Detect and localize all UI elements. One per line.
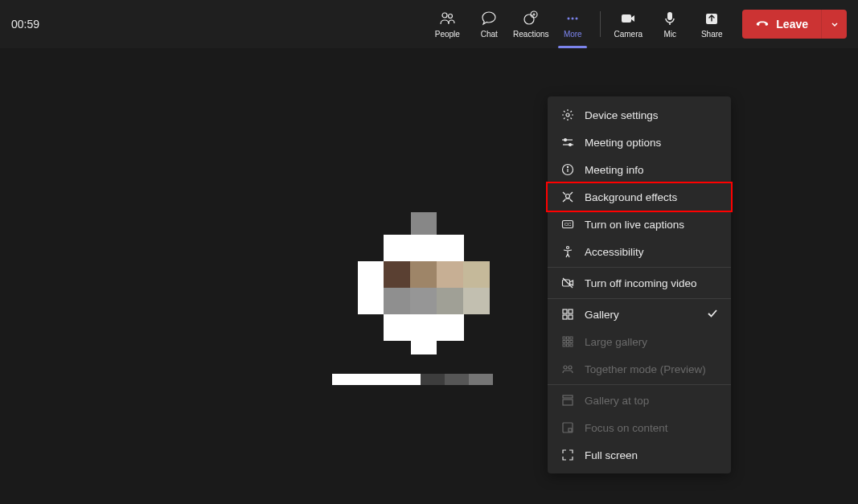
menu-section: Gallery bbox=[548, 299, 731, 385]
svg-point-13 bbox=[566, 113, 569, 117]
svg-rect-38 bbox=[563, 341, 565, 343]
more-button[interactable]: More bbox=[552, 0, 593, 48]
reactions-icon bbox=[523, 10, 539, 27]
camera-button[interactable]: Camera bbox=[607, 0, 649, 48]
svg-point-1 bbox=[449, 14, 453, 18]
gallery-top-icon bbox=[560, 393, 575, 408]
menu-item-focus-on-content: Focus on content bbox=[548, 414, 731, 441]
svg-rect-32 bbox=[569, 309, 573, 313]
svg-rect-40 bbox=[570, 341, 573, 343]
accessibility-icon bbox=[560, 244, 575, 259]
people-icon bbox=[439, 10, 455, 27]
camera-icon bbox=[620, 10, 636, 27]
svg-line-25 bbox=[571, 200, 573, 202]
cc-icon: CC bbox=[560, 217, 575, 232]
svg-rect-39 bbox=[567, 341, 569, 343]
video-area: Device settings Meeting options bbox=[0, 48, 858, 504]
participant-name-bar bbox=[332, 374, 493, 385]
svg-rect-9 bbox=[622, 14, 631, 23]
svg-line-23 bbox=[570, 192, 573, 195]
meeting-toolbar: People Chat Reactions bbox=[426, 0, 847, 48]
more-dropdown-menu: Device settings Meeting options bbox=[548, 96, 731, 473]
people-button[interactable]: People bbox=[426, 0, 468, 48]
reactions-button[interactable]: Reactions bbox=[510, 0, 552, 48]
menu-item-together-mode: Together mode (Preview) bbox=[548, 355, 731, 383]
together-icon bbox=[560, 362, 575, 376]
mic-button[interactable]: Mic bbox=[649, 0, 691, 48]
meeting-top-bar: 00:59 People Chat bbox=[0, 0, 858, 48]
share-button[interactable]: Share bbox=[691, 0, 733, 48]
share-icon bbox=[704, 10, 720, 27]
svg-rect-46 bbox=[563, 395, 573, 398]
info-icon bbox=[560, 162, 575, 177]
menu-item-full-screen[interactable]: Full screen bbox=[548, 441, 731, 469]
gallery-icon bbox=[560, 307, 575, 322]
focus-icon bbox=[560, 420, 575, 435]
svg-rect-41 bbox=[563, 344, 565, 346]
menu-item-device-settings[interactable]: Device settings bbox=[548, 101, 731, 129]
background-icon bbox=[560, 190, 575, 204]
svg-point-6 bbox=[568, 17, 570, 19]
leave-dropdown-button[interactable] bbox=[821, 10, 847, 39]
svg-rect-33 bbox=[563, 315, 567, 319]
check-icon bbox=[707, 308, 718, 322]
sliders-icon bbox=[560, 135, 575, 150]
svg-text:CC: CC bbox=[564, 222, 572, 227]
svg-rect-34 bbox=[569, 315, 573, 319]
chat-icon bbox=[481, 10, 497, 27]
menu-item-accessibility[interactable]: Accessibility bbox=[548, 238, 731, 265]
hangup-icon bbox=[755, 17, 770, 31]
svg-point-7 bbox=[572, 17, 574, 19]
svg-point-45 bbox=[569, 366, 572, 369]
participant-avatar bbox=[358, 212, 493, 353]
svg-rect-42 bbox=[567, 344, 569, 346]
divider bbox=[600, 11, 601, 37]
menu-item-gallery-at-top: Gallery at top bbox=[548, 387, 731, 414]
menu-item-background-effects[interactable]: Background effects bbox=[546, 182, 733, 212]
large-gallery-icon bbox=[560, 334, 575, 349]
mic-icon bbox=[662, 10, 678, 27]
menu-item-live-captions[interactable]: CC Turn on live captions bbox=[548, 211, 731, 238]
svg-point-44 bbox=[564, 366, 567, 369]
svg-rect-37 bbox=[570, 337, 573, 339]
svg-point-2 bbox=[524, 14, 534, 24]
svg-rect-35 bbox=[563, 337, 565, 339]
svg-rect-47 bbox=[563, 400, 573, 405]
svg-rect-43 bbox=[570, 344, 573, 346]
video-off-icon bbox=[560, 276, 575, 290]
leave-container: Leave bbox=[742, 10, 847, 39]
svg-point-20 bbox=[567, 166, 568, 167]
menu-section: Gallery at top Focus on content Full bbox=[548, 385, 731, 470]
chat-button[interactable]: Chat bbox=[468, 0, 510, 48]
gear-icon bbox=[560, 108, 575, 122]
more-icon bbox=[564, 10, 581, 27]
svg-line-22 bbox=[563, 192, 565, 195]
chevron-down-icon bbox=[830, 19, 840, 29]
menu-item-large-gallery: Large gallery bbox=[548, 328, 731, 355]
leave-button[interactable]: Leave bbox=[742, 10, 821, 39]
fullscreen-icon bbox=[560, 448, 575, 462]
menu-section: Device settings Meeting options bbox=[548, 100, 731, 268]
svg-point-0 bbox=[442, 13, 447, 18]
menu-item-meeting-info[interactable]: Meeting info bbox=[548, 156, 731, 183]
svg-rect-48 bbox=[563, 423, 573, 432]
svg-rect-10 bbox=[667, 12, 672, 20]
svg-line-24 bbox=[563, 200, 564, 202]
menu-item-meeting-options[interactable]: Meeting options bbox=[548, 129, 731, 156]
menu-section: Turn off incoming video bbox=[548, 268, 731, 299]
menu-item-turn-off-incoming-video[interactable]: Turn off incoming video bbox=[548, 269, 731, 297]
svg-point-28 bbox=[567, 247, 569, 249]
svg-rect-36 bbox=[567, 337, 569, 339]
svg-rect-49 bbox=[569, 428, 572, 432]
meeting-timer: 00:59 bbox=[11, 18, 39, 31]
svg-rect-31 bbox=[563, 309, 567, 313]
svg-point-8 bbox=[576, 17, 578, 19]
svg-point-21 bbox=[566, 195, 570, 199]
menu-item-gallery[interactable]: Gallery bbox=[548, 301, 731, 328]
